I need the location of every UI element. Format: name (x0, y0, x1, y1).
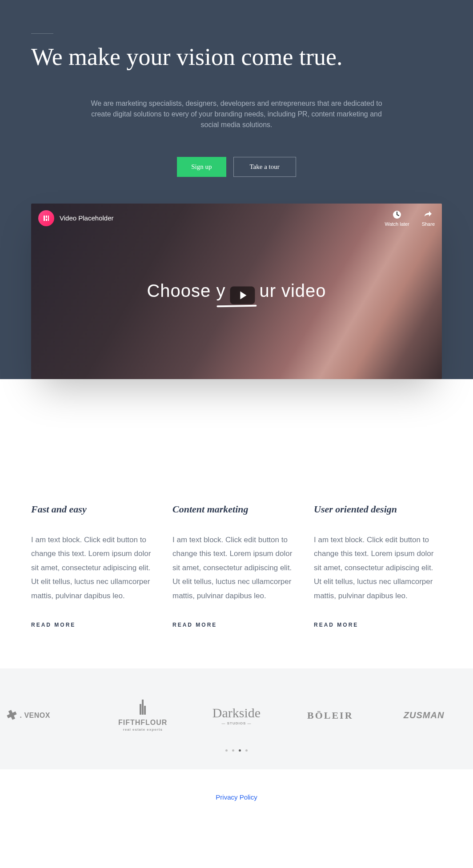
logo-fifthflour: FIFTHFLOUR real estate experts (100, 700, 185, 732)
logo-label: FIFTHFLOUR (118, 719, 167, 727)
video-center: Choose y ur video (147, 281, 326, 302)
features-section: Fast and easy I am text block. Click edi… (0, 379, 473, 668)
video-headline-after: video (281, 281, 326, 301)
video-player[interactable]: Video Placeholder Watch later Share (31, 204, 442, 379)
hero-buttons: Sign up Take a tour (31, 157, 442, 177)
share-label: Share (422, 221, 435, 227)
video-headline-mid: ur (259, 281, 276, 301)
logos-section: ✖ . VENOX FIFTHFLOUR real estate experts… (0, 668, 473, 769)
logo-sublabel: — STUDIOS — (221, 721, 251, 725)
feature-text: I am text block. Click edit button to ch… (314, 533, 442, 603)
feature-user-oriented: User oriented design I am text block. Cl… (314, 504, 442, 628)
carousel-dot-4[interactable] (245, 749, 248, 752)
channel-avatar-icon (38, 210, 54, 226)
carousel-dots (7, 749, 466, 752)
feature-title: Fast and easy (31, 504, 159, 515)
signup-button[interactable]: Sign up (177, 157, 226, 177)
video-channel-title: Video Placeholder (60, 214, 113, 222)
video-wrap: Video Placeholder Watch later Share (31, 204, 442, 379)
share-button[interactable]: Share (422, 210, 435, 227)
svg-rect-2 (46, 219, 47, 221)
feature-text: I am text block. Click edit button to ch… (172, 533, 301, 603)
watch-later-label: Watch later (385, 221, 409, 227)
read-more-link[interactable]: READ MORE (172, 622, 217, 628)
svg-rect-3 (48, 216, 49, 221)
feature-title: User oriented design (314, 504, 442, 515)
hero-title: We make your vision come true. (31, 43, 442, 72)
carousel-dot-2[interactable] (232, 749, 234, 752)
video-actions: Watch later Share (385, 210, 435, 227)
share-icon (423, 210, 433, 220)
play-icon (240, 292, 246, 300)
take-tour-button[interactable]: Take a tour (233, 157, 296, 177)
logo-darkside: Darkside — STUDIOS — (194, 705, 279, 725)
svg-rect-0 (44, 216, 45, 221)
carousel-dot-1[interactable] (225, 749, 228, 752)
building-icon (136, 700, 149, 718)
logo-zusman: ZUSMAN (381, 710, 466, 720)
venox-icon: ✖ (4, 707, 19, 724)
feature-content-marketing: Content marketing I am text block. Click… (172, 504, 301, 628)
feature-fast-easy: Fast and easy I am text block. Click edi… (31, 504, 159, 628)
logos-row: ✖ . VENOX FIFTHFLOUR real estate experts… (7, 700, 466, 732)
logo-boleir: BŌLEIR (288, 710, 373, 721)
footer: Privacy Policy (0, 769, 473, 825)
play-button[interactable] (230, 287, 255, 304)
read-more-link[interactable]: READ MORE (31, 622, 76, 628)
hero-section: We make your vision come true. We are ma… (0, 0, 473, 379)
read-more-link[interactable]: READ MORE (314, 622, 358, 628)
privacy-policy-link[interactable]: Privacy Policy (216, 793, 257, 801)
video-underline (216, 305, 257, 308)
logo-label: ZUSMAN (404, 710, 445, 720)
logo-label: . VENOX (20, 712, 50, 720)
video-channel[interactable]: Video Placeholder (38, 210, 113, 226)
svg-rect-6 (140, 704, 141, 715)
video-topbar: Video Placeholder Watch later Share (31, 204, 442, 233)
svg-rect-1 (46, 216, 47, 218)
logo-label: Darkside (212, 705, 261, 720)
video-headline-before: Choose y (147, 281, 225, 301)
svg-rect-5 (142, 700, 144, 706)
hero-subtitle: We are marketing specialists, designers,… (90, 98, 383, 130)
svg-rect-7 (144, 706, 146, 715)
clock-icon (392, 210, 402, 220)
hero-divider (31, 33, 53, 34)
logo-sublabel: real estate experts (123, 728, 163, 732)
watch-later-button[interactable]: Watch later (385, 210, 409, 227)
carousel-dot-3[interactable] (239, 749, 241, 752)
logo-label: BŌLEIR (307, 710, 353, 721)
feature-title: Content marketing (172, 504, 301, 515)
svg-rect-8 (142, 706, 144, 715)
feature-text: I am text block. Click edit button to ch… (31, 533, 159, 603)
logo-venox: ✖ . VENOX (7, 708, 92, 723)
features-row: Fast and easy I am text block. Click edi… (0, 490, 473, 668)
video-headline: Choose y ur video (147, 281, 326, 302)
